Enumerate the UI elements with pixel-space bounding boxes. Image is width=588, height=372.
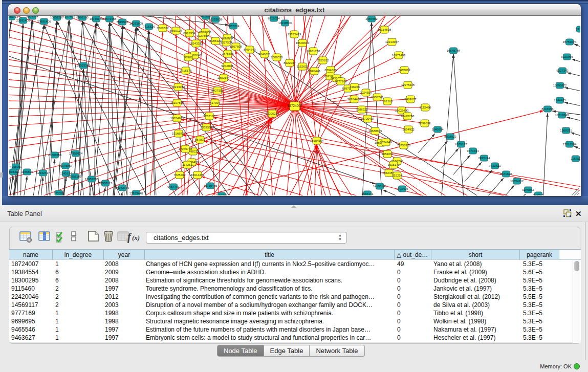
svg-text:9115460: 9115460	[420, 106, 432, 109]
svg-text:15720407: 15720407	[361, 117, 375, 120]
svg-text:12975115: 12975115	[401, 83, 415, 86]
svg-text:16961758: 16961758	[307, 50, 320, 53]
svg-text:10719155: 10719155	[90, 17, 103, 20]
svg-text:19166825: 19166825	[172, 132, 186, 135]
svg-text:9146821: 9146821	[258, 53, 271, 56]
svg-text:20206556: 20206556	[48, 154, 62, 157]
svg-text:7625402: 7625402	[173, 173, 186, 177]
svg-text:10688609: 10688609	[368, 129, 382, 133]
svg-text:417004: 417004	[210, 101, 221, 104]
svg-text:11174: 11174	[576, 28, 580, 31]
svg-text:9329966: 9329966	[561, 55, 573, 58]
svg-text:12213383: 12213383	[171, 85, 185, 89]
svg-text:✕: ✕	[575, 209, 582, 218]
svg-text:162160: 162160	[382, 100, 393, 103]
svg-text:972059: 972059	[54, 192, 64, 195]
svg-text:2867608: 2867608	[230, 45, 242, 48]
svg-text:15751074: 15751074	[563, 40, 577, 43]
svg-text:12342737: 12342737	[36, 171, 50, 174]
svg-text:19384554: 19384554	[310, 139, 324, 142]
svg-text:2935114: 2935114	[478, 157, 491, 160]
svg-text:15716485: 15716485	[204, 184, 217, 187]
svg-text:f: f	[127, 231, 132, 243]
svg-text:3915411: 3915411	[9, 170, 19, 173]
svg-text:16782759: 16782759	[116, 186, 129, 189]
svg-text:16543382: 16543382	[189, 42, 203, 45]
svg-text:2803144: 2803144	[217, 76, 230, 79]
svg-text:9699695: 9699695	[419, 122, 431, 125]
svg-text:4935061: 4935061	[10, 165, 22, 168]
svg-text:17046748: 17046748	[179, 147, 192, 150]
svg-text:12093872: 12093872	[553, 84, 567, 87]
svg-text:20364486: 20364486	[347, 98, 361, 101]
svg-text:17016504: 17016504	[563, 143, 577, 146]
svg-text:10958117: 10958117	[99, 182, 113, 185]
svg-text:1244415: 1244415	[554, 99, 566, 102]
svg-text:16640910: 16640910	[296, 41, 310, 45]
svg-text:2087682: 2087682	[365, 17, 378, 20]
svg-text:17359924: 17359924	[69, 152, 83, 155]
svg-text:1616141: 1616141	[361, 192, 374, 195]
svg-text:7515526: 7515526	[116, 20, 128, 24]
svg-text:10025433: 10025433	[395, 109, 409, 112]
svg-text:98901: 98901	[184, 56, 193, 59]
svg-text:9245052: 9245052	[522, 188, 534, 191]
svg-text:29053346: 29053346	[77, 64, 91, 67]
svg-text:1092366: 1092366	[215, 194, 228, 195]
svg-text:7515526: 7515526	[143, 25, 155, 28]
svg-text:2718176: 2718176	[180, 69, 192, 72]
svg-text:924505: 924505	[533, 193, 544, 195]
svg-text:9463627: 9463627	[404, 98, 417, 101]
svg-text:252254: 252254	[392, 174, 403, 177]
svg-text:8427552: 8427552	[211, 89, 224, 92]
svg-text:1569291: 1569291	[560, 129, 572, 132]
svg-text:16107553: 16107553	[170, 101, 184, 104]
svg-text:117253: 117253	[182, 163, 192, 166]
svg-text:1615172: 1615172	[387, 163, 400, 166]
svg-text:8912954: 8912954	[183, 32, 195, 35]
svg-text:9327509: 9327509	[197, 34, 209, 37]
svg-text:8215956: 8215956	[541, 107, 554, 111]
svg-text:16914479: 16914479	[191, 173, 205, 177]
svg-text:3084067: 3084067	[381, 152, 394, 156]
svg-text:16154808: 16154808	[378, 28, 391, 31]
svg-text:9777169: 9777169	[335, 80, 347, 83]
svg-text:1640954: 1640954	[431, 128, 444, 131]
svg-text:1080748: 1080748	[371, 96, 383, 99]
svg-text:10210643: 10210643	[555, 114, 569, 117]
svg-text:7986322: 7986322	[356, 108, 368, 111]
svg-text:116753: 116753	[571, 157, 580, 160]
svg-text:3267130: 3267130	[203, 115, 215, 118]
svg-text:9242848: 9242848	[221, 64, 233, 68]
svg-text:6794028: 6794028	[324, 69, 337, 72]
svg-text:3024554: 3024554	[360, 91, 372, 94]
svg-text:19654985: 19654985	[170, 117, 184, 120]
svg-text:16648784: 16648784	[447, 49, 461, 52]
svg-text:8813054: 8813054	[268, 17, 280, 20]
svg-text:8938923: 8938923	[444, 135, 456, 138]
svg-text:1527602: 1527602	[63, 16, 75, 18]
svg-text:7663822: 7663822	[157, 27, 169, 30]
svg-text:9474444: 9474444	[467, 149, 479, 152]
svg-text:12505185: 12505185	[68, 175, 82, 178]
svg-text:20691406: 20691406	[16, 19, 30, 22]
svg-text:16033809: 16033809	[209, 18, 223, 21]
svg-text:9327508: 9327508	[220, 41, 232, 44]
svg-text:18724007: 18724007	[287, 104, 302, 107]
svg-text:746266: 746266	[350, 85, 360, 89]
svg-text:13325419: 13325419	[288, 33, 301, 36]
svg-text:12923448: 12923448	[129, 192, 143, 195]
svg-text:8322037: 8322037	[284, 61, 296, 64]
svg-text:887833: 887833	[195, 138, 206, 141]
svg-text:15300213: 15300213	[266, 112, 279, 115]
svg-text:7485063: 7485063	[398, 69, 410, 72]
svg-text:19218506: 19218506	[278, 21, 292, 25]
svg-text:8454749: 8454749	[244, 48, 256, 51]
svg-text:1733426: 1733426	[396, 187, 408, 190]
svg-text:9063574: 9063574	[26, 16, 38, 18]
svg-text:8660124: 8660124	[170, 29, 182, 32]
svg-text:10973493: 10973493	[392, 54, 406, 57]
svg-text:12213967: 12213967	[385, 40, 399, 43]
svg-text:3875685: 3875685	[222, 52, 234, 55]
svg-text:16671355: 16671355	[103, 17, 117, 20]
